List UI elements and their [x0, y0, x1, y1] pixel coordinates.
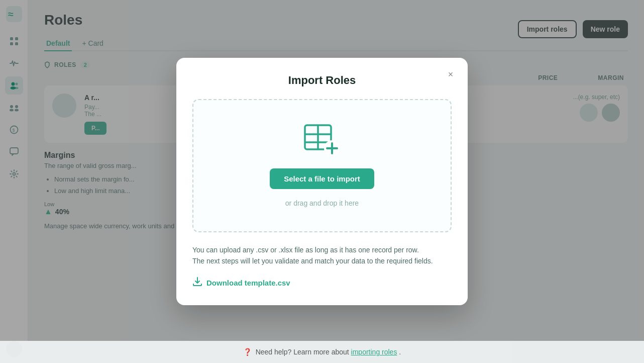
- download-icon: [192, 277, 202, 289]
- need-help-text: Need help?: [256, 348, 292, 356]
- import-table-icon: [304, 124, 340, 158]
- modal-close-button[interactable]: ×: [444, 68, 458, 82]
- help-icon: ❓: [243, 348, 252, 356]
- need-help-suffix: .: [399, 348, 401, 356]
- drop-zone[interactable]: Select a file to import or drag and drop…: [192, 99, 452, 232]
- download-link-label: Download template.csv: [206, 279, 290, 287]
- modal-title: Import Roles: [192, 74, 452, 87]
- download-template-link[interactable]: Download template.csv: [192, 277, 452, 289]
- need-help-bar: ❓ Need help? Learn more about importing …: [0, 341, 644, 363]
- import-roles-modal: × Import Roles Sel: [176, 58, 468, 306]
- drag-drop-text: or drag and drop it here: [285, 199, 359, 207]
- info-line-1: You can upload any .csv or .xlsx file as…: [192, 244, 452, 255]
- need-help-static: Learn more about: [293, 348, 351, 356]
- importing-roles-link[interactable]: importing roles: [351, 348, 397, 356]
- modal-overlay: × Import Roles Sel: [0, 0, 644, 363]
- info-line-2: The next steps will let you validate and…: [192, 255, 452, 266]
- info-text: You can upload any .csv or .xlsx file as…: [192, 244, 452, 267]
- select-file-button[interactable]: Select a file to import: [270, 168, 374, 189]
